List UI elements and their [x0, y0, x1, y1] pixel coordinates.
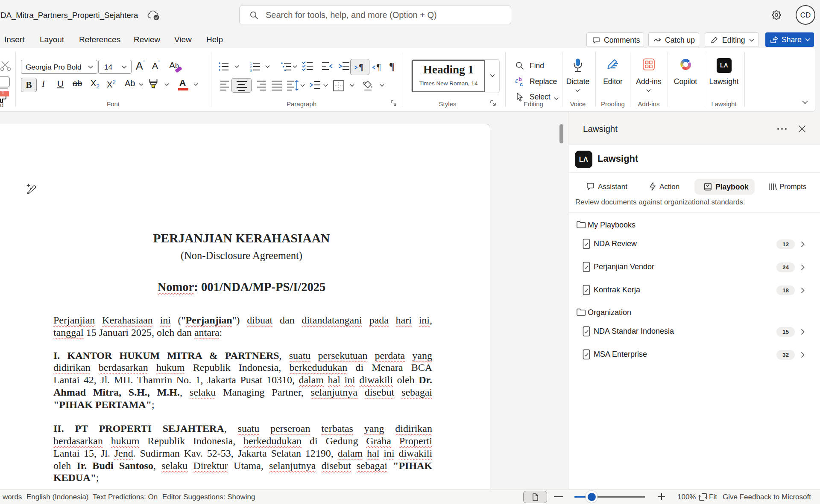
svg-text:c: c: [520, 81, 523, 87]
svg-text:3: 3: [250, 69, 252, 73]
